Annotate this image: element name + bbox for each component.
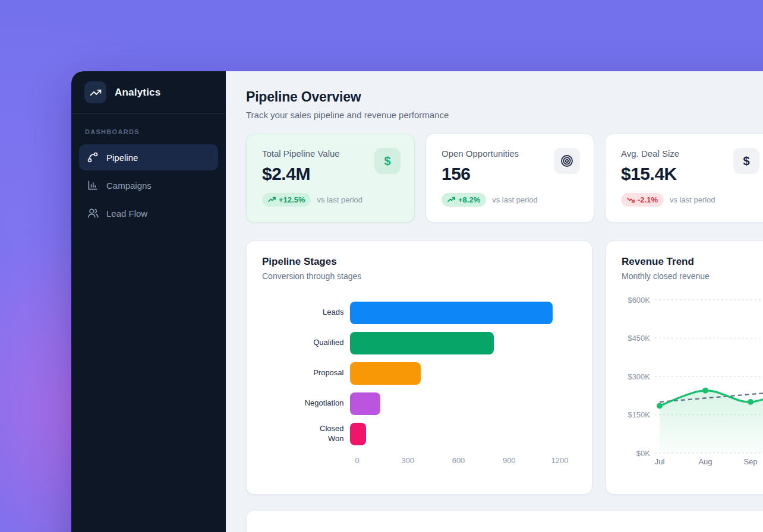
sidebar-nav: DASHBOARDS Pipeline Campaigns Lead Flow [71,114,226,238]
main-content: Pipeline Overview Track your sales pipel… [226,71,763,532]
change-value: +8.2% [458,195,480,204]
page-title: Pipeline Overview [246,89,763,105]
bar-chart-x-axis: 03006009001200 [357,456,560,468]
stats-row: Total Pipeline Value $2.4M +12.5% vs las… [246,134,763,223]
sidebar-item-label: Campaigns [106,180,152,191]
y-axis-tick: $300K [628,372,650,381]
bar-row-negotiation: Negotiation [262,388,576,419]
sidebar-item-campaigns[interactable]: Campaigns [79,172,218,198]
pipeline-icon [87,151,99,163]
stat-footer: +8.2% vs last period [442,193,578,207]
x-axis-label: Aug [698,457,712,466]
dollar-icon: $ [733,148,759,174]
pipeline-stages-subtitle: Conversion through stages [262,271,576,281]
target-icon [554,148,580,174]
bar-category-label: Qualified [262,338,350,347]
bar-track [350,392,576,415]
x-axis-label: Sep [743,457,757,466]
bar-category-label: Leads [262,308,350,317]
x-axis-tick: 600 [452,456,465,465]
bar-row-proposal: Proposal [262,358,576,388]
bar-track [350,332,576,354]
sidebar: Analytics DASHBOARDS Pipeline Campaigns … [71,71,226,532]
change-value: +12.5% [279,195,305,204]
compare-label: vs last period [492,195,538,204]
stat-footer: +12.5% vs last period [262,193,399,207]
bar [350,332,494,354]
trend-up-icon [447,196,455,204]
dollar-icon: $ [374,148,401,174]
x-axis-tick: 0 [355,456,359,465]
sidebar-item-label: Pipeline [106,153,138,163]
stat-card-avg-deal-size: Avg. Deal Size $15.4K -2.1% vs last peri… [605,134,763,223]
stat-footer: -2.1% vs last period [621,193,758,207]
x-axis-tick: 900 [503,456,516,465]
bar-row-closed-won: Closed Won [262,419,576,449]
sidebar-section-label: DASHBOARDS [85,128,212,135]
sidebar-logo-row: Analytics [71,71,226,114]
x-axis-tick: 1200 [551,456,569,465]
change-badge: +12.5% [262,193,311,207]
change-badge: +8.2% [442,193,486,207]
pipeline-stages-card: Pipeline Stages Conversion through stage… [246,240,592,495]
pipeline-stages-title: Pipeline Stages [262,256,576,268]
change-badge: -2.1% [621,193,664,207]
bar-track [350,362,576,385]
bar-track [350,302,576,324]
stat-card-total-pipeline-value: Total Pipeline Value $2.4M +12.5% vs las… [246,134,415,223]
bar-row-leads: Leads [262,297,576,328]
bar [350,362,421,385]
compare-label: vs last period [317,195,362,204]
bar [350,423,366,445]
revenue-trend-line-chart: $600K$450K$300K$150K$0KJulAugSep [622,287,763,472]
trend-up-icon [268,196,276,204]
trending-up-icon [84,81,106,103]
bar-chart-icon [87,179,99,191]
sidebar-item-pipeline[interactable]: Pipeline [79,144,218,170]
bar-row-qualified: Qualified [262,328,576,358]
revenue-trend-card: Revenue Trend Monthly closed revenue $60… [606,240,763,495]
x-axis-label: Jul [655,457,665,466]
bar [350,302,553,324]
bottom-card-partial [246,510,763,532]
users-icon [87,207,99,219]
data-point [748,399,753,405]
page-subtitle: Track your sales pipeline and revenue pe… [246,110,763,120]
trend-down-icon [627,196,635,204]
x-axis-tick: 300 [401,456,414,465]
bar-track [350,423,576,445]
y-axis-tick: $0K [636,449,650,458]
bar-category-label: Closed Won [262,424,350,444]
y-axis-tick: $600K [628,296,650,305]
compare-label: vs last period [670,195,715,204]
app-window: Analytics DASHBOARDS Pipeline Campaigns … [71,71,763,532]
revenue-trend-title: Revenue Trend [622,256,763,268]
y-axis-tick: $450K [628,334,650,343]
data-point [657,403,663,408]
sidebar-item-lead-flow[interactable]: Lead Flow [79,200,218,226]
app-title: Analytics [115,87,160,99]
pipeline-stages-bar-chart: Leads Qualified Proposal Negotiation Clo… [262,297,576,449]
sidebar-item-label: Lead Flow [106,208,147,218]
stat-card-open-opportunities: Open Opportunities 156 +8.2% vs last per… [425,134,594,223]
bar-category-label: Proposal [262,368,350,378]
bar [350,392,380,415]
revenue-trend-subtitle: Monthly closed revenue [622,271,763,281]
revenue-area [660,385,763,453]
y-axis-tick: $150K [628,410,650,419]
data-point [702,388,708,394]
change-value: -2.1% [638,195,658,204]
bar-category-label: Negotiation [262,398,350,408]
charts-row: Pipeline Stages Conversion through stage… [246,240,763,495]
